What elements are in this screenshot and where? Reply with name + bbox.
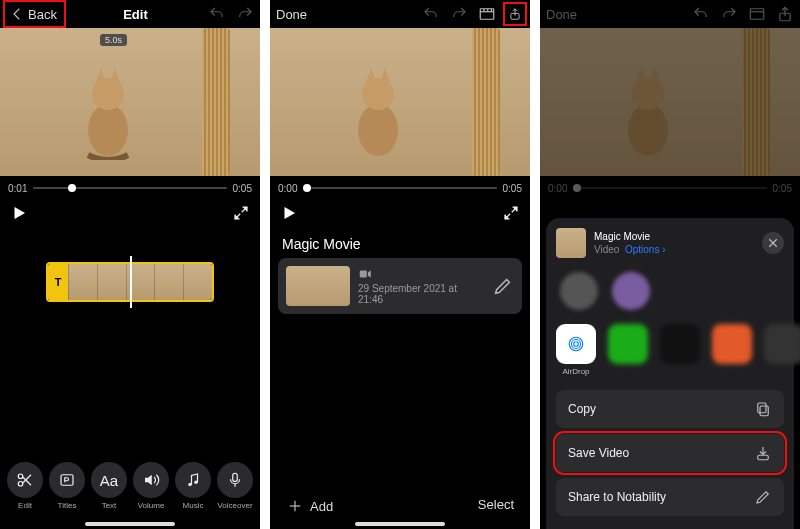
tool-music[interactable]: Music (175, 462, 211, 510)
share-options-button[interactable]: Options › (625, 244, 666, 255)
home-indicator[interactable] (355, 522, 445, 526)
action-copy[interactable]: Copy (556, 390, 784, 428)
time-current: 0:00 (548, 183, 567, 194)
svg-rect-30 (360, 270, 367, 277)
project-card[interactable]: 29 September 2021 at 21:46 (278, 258, 522, 314)
screen-edit: Back Edit 5.0s 0:01 0:05 (0, 0, 260, 529)
bottom-bar: Add Select (270, 497, 530, 515)
video-preview[interactable] (270, 28, 530, 176)
done-button[interactable]: Done (276, 7, 307, 22)
svg-point-1 (92, 78, 124, 110)
action-label: Save Video (568, 446, 629, 460)
app-airdrop[interactable]: AirDrop (556, 324, 596, 376)
play-icon[interactable] (280, 204, 298, 222)
title-tag: T (48, 264, 68, 300)
svg-point-43 (574, 342, 579, 347)
playhead[interactable] (130, 256, 132, 308)
share-contacts[interactable] (556, 268, 784, 310)
svg-rect-48 (758, 455, 769, 460)
redo-icon[interactable] (236, 5, 254, 23)
add-button[interactable]: Add (286, 497, 333, 515)
action-save-video[interactable]: Save Video (556, 434, 784, 472)
time-current: 0:00 (278, 183, 297, 194)
storyboard-icon (748, 5, 766, 23)
home-indicator[interactable] (85, 522, 175, 526)
tool-label: Text (102, 501, 117, 510)
close-button[interactable] (762, 232, 784, 254)
done-label: Done (276, 7, 307, 22)
storyboard-icon[interactable] (478, 5, 496, 23)
action-share-notability[interactable]: Share to Notability (556, 478, 784, 516)
play-controls (270, 200, 530, 226)
svg-point-7 (18, 474, 23, 479)
clip-duration-badge: 5.0s (100, 34, 127, 46)
scrubber-track[interactable] (33, 187, 226, 189)
add-label: Add (310, 499, 333, 514)
scissors-icon (16, 471, 34, 489)
scrubber[interactable]: 0:01 0:05 (0, 176, 260, 200)
tool-label: Voiceover (217, 501, 252, 510)
section-title: Magic Movie (270, 226, 530, 258)
timeline[interactable]: T (0, 260, 260, 304)
share-icon[interactable] (506, 5, 524, 23)
svg-marker-31 (368, 270, 371, 277)
app-blurred[interactable] (660, 324, 700, 364)
tool-label: Volume (138, 501, 165, 510)
fullscreen-icon[interactable] (502, 204, 520, 222)
share-apps: AirDrop (556, 320, 784, 376)
svg-rect-47 (758, 403, 766, 413)
redo-icon[interactable] (450, 5, 468, 23)
undo-icon[interactable] (208, 5, 226, 23)
video-preview[interactable]: 5.0s (0, 28, 260, 176)
svg-rect-34 (750, 9, 764, 20)
airdrop-icon (567, 335, 585, 353)
tool-label: Music (183, 501, 204, 510)
share-thumb (556, 228, 586, 258)
app-blurred[interactable] (608, 324, 648, 364)
topbar: Done (540, 0, 800, 28)
time-total: 0:05 (773, 183, 792, 194)
svg-marker-2 (96, 68, 106, 82)
app-blurred[interactable] (764, 324, 800, 364)
scratching-post (202, 28, 230, 176)
play-icon[interactable] (10, 204, 28, 222)
page-title: Edit (63, 7, 208, 22)
pencil-icon[interactable] (492, 275, 514, 297)
redo-icon (720, 5, 738, 23)
tool-titles[interactable]: Titles (49, 462, 85, 510)
time-total: 0:05 (233, 183, 252, 194)
svg-rect-46 (760, 406, 768, 416)
svg-marker-25 (366, 68, 376, 82)
screen-share: Done 0:00 0:05 (540, 0, 800, 529)
scrubber[interactable]: 0:00 0:05 (270, 176, 530, 200)
share-actions: Copy Save Video Share to Notability (556, 390, 784, 516)
avatar[interactable] (560, 272, 598, 310)
tool-text[interactable]: Aa Text (91, 462, 127, 510)
undo-icon[interactable] (422, 5, 440, 23)
svg-marker-3 (110, 68, 120, 82)
svg-marker-27 (285, 207, 296, 219)
tool-edit[interactable]: Edit (7, 462, 43, 510)
download-icon (754, 444, 772, 462)
project-thumbnail (286, 266, 350, 306)
back-button[interactable]: Back (6, 3, 63, 25)
tool-voiceover[interactable]: Voiceover (217, 462, 253, 510)
svg-point-13 (188, 483, 191, 486)
copy-icon (754, 400, 772, 418)
plus-icon (286, 497, 304, 515)
svg-point-44 (572, 340, 581, 349)
tool-volume[interactable]: Volume (133, 462, 169, 510)
app-blurred[interactable] (712, 324, 752, 364)
back-label: Back (28, 7, 57, 22)
svg-rect-15 (233, 473, 238, 481)
select-button[interactable]: Select (478, 497, 514, 515)
done-label: Done (546, 7, 577, 22)
svg-point-37 (628, 104, 668, 156)
play-controls (0, 200, 260, 226)
action-label: Copy (568, 402, 596, 416)
music-icon (184, 471, 202, 489)
fullscreen-icon[interactable] (232, 204, 250, 222)
video-icon (358, 268, 372, 280)
svg-point-38 (632, 78, 664, 110)
avatar[interactable] (612, 272, 650, 310)
